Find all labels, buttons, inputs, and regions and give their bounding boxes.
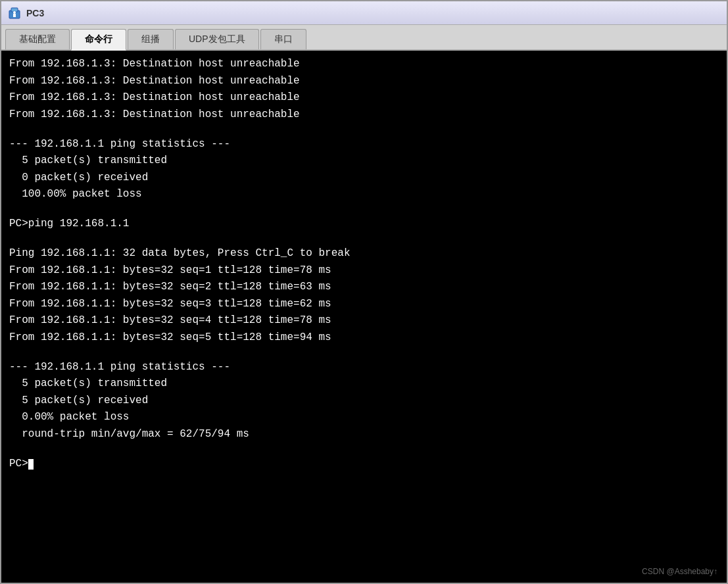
terminal-line: From 192.168.1.1: bytes=32 seq=1 ttl=128… [9,262,719,280]
terminal-line [9,203,719,216]
terminal-line: From 192.168.1.3: Destination host unrea… [9,56,719,73]
terminal-line: 5 packet(s) received [9,393,719,410]
terminal-line: --- 192.168.1.1 ping statistics --- [9,359,719,376]
terminal-line: From 192.168.1.3: Destination host unrea… [9,107,719,124]
terminal-line: From 192.168.1.1: bytes=32 seq=2 ttl=128… [9,279,719,296]
terminal-line: PC>ping 192.168.1.1 [9,216,719,233]
terminal-line: 5 packet(s) transmitted [9,376,719,393]
tab-multicast[interactable]: 组播 [128,29,174,49]
main-window: PC3 基础配置 命令行 组播 UDP发包工具 串口 From 192.168.… [0,0,728,584]
tab-serial[interactable]: 串口 [260,29,306,49]
terminal-line: 0 packet(s) received [9,170,719,187]
title-bar: PC3 [1,1,727,25]
terminal-line [9,443,719,456]
terminal-line: --- 192.168.1.1 ping statistics --- [9,136,719,153]
terminal-line: round-trip min/avg/max = 62/75/94 ms [9,426,719,443]
watermark: CSDN @Asshebaby↑ [642,567,717,576]
window-title: PC3 [26,8,44,18]
tab-udp[interactable]: UDP发包工具 [175,29,259,49]
terminal-line: From 192.168.1.1: bytes=32 seq=4 ttl=128… [9,312,719,329]
svg-rect-3 [13,14,16,17]
terminal-line: 5 packet(s) transmitted [9,153,719,170]
tab-bar: 基础配置 命令行 组播 UDP发包工具 串口 [1,25,727,51]
terminal-output[interactable]: From 192.168.1.3: Destination host unrea… [1,51,727,583]
terminal-line: Ping 192.168.1.1: 32 data bytes, Press C… [9,245,719,262]
tab-basic[interactable]: 基础配置 [5,29,70,49]
terminal-line [9,346,719,358]
terminal-line [9,123,719,135]
cursor [28,459,34,470]
terminal-line: From 192.168.1.3: Destination host unrea… [9,89,719,107]
terminal-line: From 192.168.1.1: bytes=32 seq=5 ttl=128… [9,329,719,347]
terminal-line: From 192.168.1.1: bytes=32 seq=3 ttl=128… [9,296,719,313]
terminal-line: 0.00% packet loss [9,409,719,426]
svg-point-2 [13,11,16,14]
terminal-line: From 192.168.1.3: Destination host unrea… [9,73,719,90]
tab-cmd[interactable]: 命令行 [71,29,126,51]
terminal-line: PC> [9,456,719,473]
window-icon [8,7,21,20]
terminal-line [9,233,719,245]
terminal-line: 100.00% packet loss [9,186,719,203]
